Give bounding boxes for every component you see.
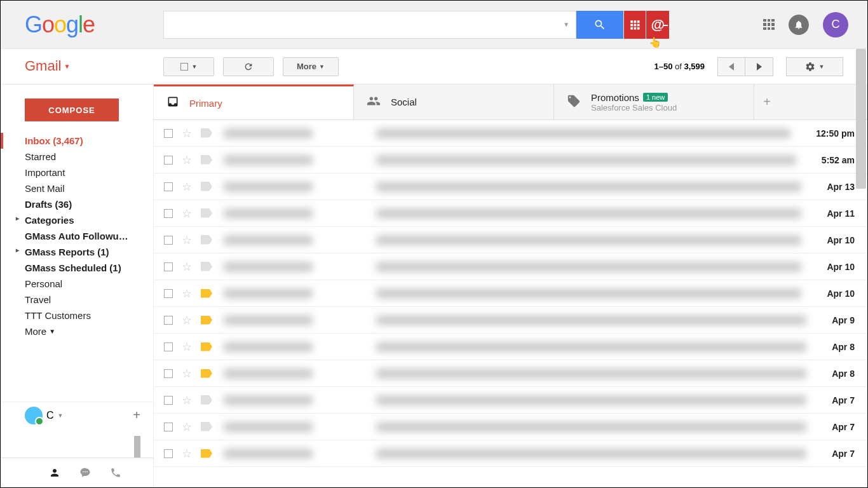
new-chat-icon[interactable]: + — [133, 408, 140, 423]
row-checkbox[interactable] — [164, 182, 173, 191]
row-checkbox[interactable] — [164, 423, 173, 431]
star-icon[interactable]: ☆ — [182, 260, 192, 274]
row-checkbox[interactable] — [164, 262, 173, 271]
more-button[interactable]: More ▼ — [283, 57, 339, 76]
gmass-at-button[interactable]: @ — [646, 11, 669, 39]
mail-row[interactable]: ☆Apr 9 — [154, 307, 867, 334]
sidebar-item[interactable]: Sent Mail — [1, 180, 153, 196]
star-icon[interactable]: ☆ — [182, 287, 192, 301]
refresh-button[interactable] — [223, 57, 274, 76]
sidebar-item[interactable]: Important — [1, 165, 153, 180]
row-checkbox[interactable] — [164, 369, 173, 378]
sidebar-item[interactable]: Inbox (3,467) — [1, 133, 153, 149]
mail-time: Apr 10 — [827, 288, 855, 299]
hangouts-user-chip[interactable]: C ▼ + — [1, 402, 153, 428]
importance-marker-icon[interactable] — [201, 209, 212, 218]
sidebar-item[interactable]: Categories — [1, 212, 153, 228]
importance-marker-icon[interactable] — [201, 129, 212, 138]
gmail-brand[interactable]: Gmail ▼ — [25, 58, 70, 74]
importance-marker-icon[interactable] — [201, 396, 212, 405]
importance-marker-icon[interactable] — [201, 182, 212, 191]
sidebar-item[interactable]: GMass Reports (1) — [1, 244, 153, 260]
mail-row[interactable]: ☆Apr 7 — [154, 387, 867, 414]
mail-row[interactable]: ☆Apr 8 — [154, 334, 867, 360]
sidebar-item[interactable]: Drafts (36) — [1, 196, 153, 212]
mail-time: Apr 10 — [827, 262, 855, 272]
search-input[interactable] — [170, 19, 563, 30]
row-checkbox[interactable] — [164, 316, 173, 325]
notifications-icon[interactable] — [789, 15, 809, 35]
compose-button[interactable]: COMPOSE — [25, 98, 119, 121]
mail-row[interactable]: ☆Apr 10 — [154, 227, 867, 254]
sidebar-item[interactable]: GMass Scheduled (1) — [1, 260, 153, 276]
row-checkbox[interactable] — [164, 156, 173, 165]
mail-row[interactable]: ☆Apr 10 — [154, 280, 867, 307]
importance-marker-icon[interactable] — [201, 236, 212, 245]
importance-marker-icon[interactable] — [201, 316, 212, 325]
tag-icon — [567, 94, 581, 111]
star-icon[interactable]: ☆ — [182, 207, 192, 220]
star-icon[interactable]: ☆ — [182, 180, 192, 194]
mail-row[interactable]: ☆Apr 10 — [154, 254, 867, 280]
star-icon[interactable]: ☆ — [182, 313, 192, 327]
mail-time: Apr 13 — [827, 182, 855, 192]
mail-row[interactable]: ☆12:50 pm — [154, 120, 867, 147]
star-icon[interactable]: ☆ — [182, 447, 192, 461]
tab-promotions[interactable]: Promotions 1 new Salesforce Sales Cloud — [554, 85, 754, 119]
row-checkbox[interactable] — [164, 289, 173, 298]
apps-launcher-icon[interactable] — [763, 19, 775, 30]
row-checkbox[interactable] — [164, 129, 173, 138]
importance-marker-icon[interactable] — [201, 156, 212, 165]
mail-row[interactable]: ☆5:52 am — [154, 147, 867, 173]
mail-row[interactable]: ☆Apr 7 — [154, 414, 867, 440]
mail-row[interactable]: ☆Apr 11 — [154, 200, 867, 227]
row-checkbox[interactable] — [164, 342, 173, 351]
page-scrollbar[interactable] — [856, 49, 866, 189]
star-icon[interactable]: ☆ — [182, 367, 192, 381]
sidebar-item[interactable]: Personal — [1, 276, 153, 292]
importance-marker-icon[interactable] — [201, 423, 212, 431]
more-labels-link[interactable]: More ▼ — [1, 323, 153, 339]
star-icon[interactable]: ☆ — [182, 340, 192, 354]
chat-tab-icon[interactable] — [79, 467, 91, 481]
mail-row[interactable]: ☆Apr 7 — [154, 440, 867, 467]
row-checkbox[interactable] — [164, 449, 173, 458]
star-icon[interactable]: ☆ — [182, 153, 192, 167]
importance-marker-icon[interactable] — [201, 262, 212, 271]
pager-prev-button[interactable] — [717, 57, 745, 76]
account-avatar[interactable]: C — [823, 12, 848, 37]
sidebar-item[interactable]: Starred — [1, 149, 153, 165]
subject-blurred — [376, 342, 806, 352]
star-icon[interactable]: ☆ — [182, 233, 192, 247]
pager-next-button[interactable] — [745, 57, 773, 76]
mail-row[interactable]: ☆Apr 8 — [154, 360, 867, 387]
row-checkbox[interactable] — [164, 209, 173, 218]
star-icon[interactable]: ☆ — [182, 126, 192, 140]
tab-social[interactable]: Social — [354, 85, 554, 119]
gmass-grid-button[interactable] — [624, 11, 646, 39]
search-box[interactable]: ▼ — [163, 11, 576, 39]
settings-button[interactable]: ▼ — [786, 57, 843, 76]
search-options-caret-icon[interactable]: ▼ — [563, 21, 569, 28]
select-all-button[interactable]: ▼ — [163, 57, 214, 76]
tab-primary[interactable]: Primary — [154, 85, 354, 119]
sidebar-item[interactable]: TTT Customers — [1, 308, 153, 323]
row-checkbox[interactable] — [164, 236, 173, 245]
add-tab-button[interactable]: + — [754, 85, 780, 119]
row-checkbox[interactable] — [164, 396, 173, 405]
importance-marker-icon[interactable] — [201, 449, 212, 458]
phone-tab-icon[interactable] — [110, 467, 121, 481]
star-icon[interactable]: ☆ — [182, 420, 192, 434]
importance-marker-icon[interactable] — [201, 369, 212, 378]
sidebar-item[interactable]: Travel — [1, 292, 153, 308]
subject-blurred — [376, 262, 801, 272]
search-button[interactable] — [576, 11, 623, 39]
mail-time: Apr 7 — [832, 449, 855, 459]
importance-marker-icon[interactable] — [201, 289, 212, 298]
star-icon[interactable]: ☆ — [182, 393, 192, 407]
contacts-tab-icon[interactable] — [49, 467, 60, 481]
google-logo[interactable]: Google — [25, 11, 95, 38]
sidebar-item[interactable]: GMass Auto Followu… — [1, 228, 153, 244]
mail-row[interactable]: ☆Apr 13 — [154, 173, 867, 200]
importance-marker-icon[interactable] — [201, 342, 212, 351]
